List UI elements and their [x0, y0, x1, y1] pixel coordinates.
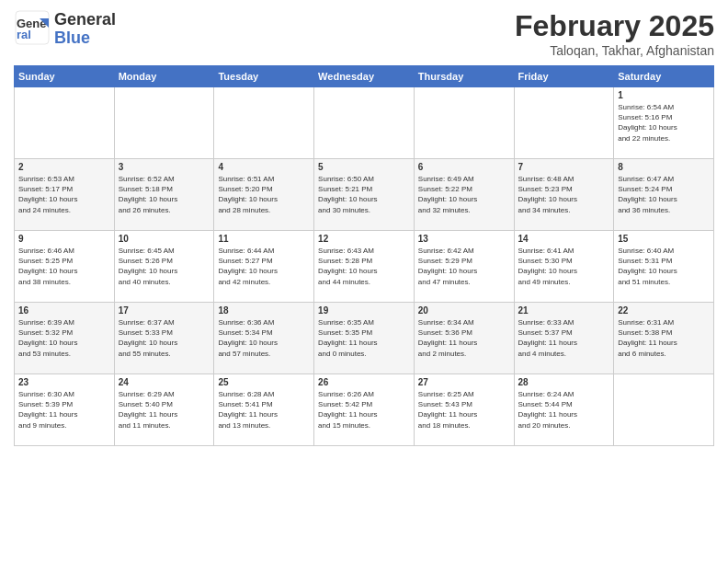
day-number: 13: [418, 234, 510, 244]
day-number: 6: [418, 162, 510, 172]
day-info: Sunrise: 6:33 AM Sunset: 5:37 PM Dayligh…: [518, 317, 610, 359]
table-row: 12Sunrise: 6:43 AM Sunset: 5:28 PM Dayli…: [314, 231, 415, 303]
logo-blue: Blue: [54, 29, 116, 48]
day-info: Sunrise: 6:35 AM Sunset: 5:35 PM Dayligh…: [318, 317, 410, 359]
week-row-2: 9Sunrise: 6:46 AM Sunset: 5:25 PM Daylig…: [15, 231, 714, 303]
day-number: 28: [518, 377, 610, 387]
day-info: Sunrise: 6:43 AM Sunset: 5:28 PM Dayligh…: [318, 246, 410, 287]
col-friday: Friday: [514, 66, 614, 87]
day-info: Sunrise: 6:31 AM Sunset: 5:38 PM Dayligh…: [618, 317, 710, 359]
page: Gene ral General Blue February 2025 Talo…: [0, 0, 728, 563]
day-number: 9: [18, 234, 110, 244]
logo-general: General: [54, 11, 116, 29]
table-row: 2Sunrise: 6:53 AM Sunset: 5:17 PM Daylig…: [15, 159, 115, 231]
day-number: 23: [18, 377, 110, 387]
day-number: 8: [618, 162, 710, 172]
day-number: 1: [618, 90, 710, 100]
day-number: 2: [18, 162, 110, 172]
day-info: Sunrise: 6:47 AM Sunset: 5:24 PM Dayligh…: [618, 174, 710, 215]
table-row: 26Sunrise: 6:26 AM Sunset: 5:42 PM Dayli…: [314, 374, 415, 446]
col-sunday: Sunday: [15, 66, 115, 87]
day-info: Sunrise: 6:51 AM Sunset: 5:20 PM Dayligh…: [218, 174, 310, 215]
col-thursday: Thursday: [414, 66, 514, 87]
table-row: [214, 87, 314, 159]
day-number: 18: [218, 305, 310, 316]
table-row: 13Sunrise: 6:42 AM Sunset: 5:29 PM Dayli…: [414, 231, 514, 303]
day-number: 22: [618, 305, 710, 316]
table-row: 7Sunrise: 6:48 AM Sunset: 5:23 PM Daylig…: [514, 159, 614, 231]
table-row: [114, 87, 214, 159]
table-row: 25Sunrise: 6:28 AM Sunset: 5:41 PM Dayli…: [214, 374, 314, 446]
day-number: 14: [518, 234, 610, 244]
day-info: Sunrise: 6:49 AM Sunset: 5:22 PM Dayligh…: [418, 174, 510, 215]
day-number: 27: [418, 377, 510, 387]
day-info: Sunrise: 6:30 AM Sunset: 5:39 PM Dayligh…: [18, 389, 110, 431]
day-info: Sunrise: 6:26 AM Sunset: 5:42 PM Dayligh…: [318, 389, 410, 431]
svg-text:ral: ral: [17, 28, 31, 41]
day-info: Sunrise: 6:48 AM Sunset: 5:23 PM Dayligh…: [518, 174, 610, 215]
calendar-subtitle: Taloqan, Takhar, Afghanistan: [515, 43, 714, 58]
table-row: 14Sunrise: 6:41 AM Sunset: 5:30 PM Dayli…: [514, 231, 614, 303]
day-number: 24: [119, 377, 210, 387]
logo: Gene ral General Blue: [14, 9, 116, 50]
day-number: 25: [218, 377, 310, 387]
table-row: 19Sunrise: 6:35 AM Sunset: 5:35 PM Dayli…: [314, 303, 415, 374]
table-row: 22Sunrise: 6:31 AM Sunset: 5:38 PM Dayli…: [614, 303, 714, 374]
day-number: 4: [218, 162, 310, 172]
table-row: 23Sunrise: 6:30 AM Sunset: 5:39 PM Dayli…: [15, 374, 115, 446]
table-row: 9Sunrise: 6:46 AM Sunset: 5:25 PM Daylig…: [15, 231, 115, 303]
day-info: Sunrise: 6:45 AM Sunset: 5:26 PM Dayligh…: [119, 246, 210, 287]
day-number: 5: [318, 162, 410, 172]
day-info: Sunrise: 6:44 AM Sunset: 5:27 PM Dayligh…: [218, 246, 310, 287]
table-row: 5Sunrise: 6:50 AM Sunset: 5:21 PM Daylig…: [314, 159, 415, 231]
day-info: Sunrise: 6:39 AM Sunset: 5:32 PM Dayligh…: [18, 317, 110, 359]
table-row: 21Sunrise: 6:33 AM Sunset: 5:37 PM Dayli…: [514, 303, 614, 374]
table-row: 6Sunrise: 6:49 AM Sunset: 5:22 PM Daylig…: [414, 159, 514, 231]
logo-text: General Blue: [54, 11, 116, 48]
week-row-4: 23Sunrise: 6:30 AM Sunset: 5:39 PM Dayli…: [15, 374, 714, 446]
day-number: 21: [518, 305, 610, 316]
day-info: Sunrise: 6:41 AM Sunset: 5:30 PM Dayligh…: [518, 246, 610, 287]
day-number: 15: [618, 234, 710, 244]
table-row: 4Sunrise: 6:51 AM Sunset: 5:20 PM Daylig…: [214, 159, 314, 231]
day-info: Sunrise: 6:25 AM Sunset: 5:43 PM Dayligh…: [418, 389, 510, 431]
table-row: 17Sunrise: 6:37 AM Sunset: 5:33 PM Dayli…: [114, 303, 214, 374]
day-info: Sunrise: 6:53 AM Sunset: 5:17 PM Dayligh…: [18, 174, 110, 215]
day-number: 20: [418, 305, 510, 316]
week-row-0: 1Sunrise: 6:54 AM Sunset: 5:16 PM Daylig…: [15, 87, 714, 159]
table-row: 11Sunrise: 6:44 AM Sunset: 5:27 PM Dayli…: [214, 231, 314, 303]
calendar-title: February 2025: [515, 9, 714, 43]
table-row: 1Sunrise: 6:54 AM Sunset: 5:16 PM Daylig…: [614, 87, 714, 159]
table-row: [15, 87, 115, 159]
day-number: 26: [318, 377, 410, 387]
day-number: 19: [318, 305, 410, 316]
day-number: 11: [218, 234, 310, 244]
day-number: 3: [119, 162, 210, 172]
day-info: Sunrise: 6:40 AM Sunset: 5:31 PM Dayligh…: [618, 246, 710, 287]
table-row: [314, 87, 415, 159]
table-row: 3Sunrise: 6:52 AM Sunset: 5:18 PM Daylig…: [114, 159, 214, 231]
day-info: Sunrise: 6:50 AM Sunset: 5:21 PM Dayligh…: [318, 174, 410, 215]
table-row: [414, 87, 514, 159]
table-row: 20Sunrise: 6:34 AM Sunset: 5:36 PM Dayli…: [414, 303, 514, 374]
col-wednesday: Wednesday: [314, 66, 415, 87]
day-info: Sunrise: 6:46 AM Sunset: 5:25 PM Dayligh…: [18, 246, 110, 287]
day-info: Sunrise: 6:54 AM Sunset: 5:16 PM Dayligh…: [618, 102, 710, 144]
week-row-3: 16Sunrise: 6:39 AM Sunset: 5:32 PM Dayli…: [15, 303, 714, 374]
table-row: [614, 374, 714, 446]
day-info: Sunrise: 6:52 AM Sunset: 5:18 PM Dayligh…: [119, 174, 210, 215]
day-info: Sunrise: 6:28 AM Sunset: 5:41 PM Dayligh…: [218, 389, 310, 431]
table-row: 15Sunrise: 6:40 AM Sunset: 5:31 PM Dayli…: [614, 231, 714, 303]
table-row: 16Sunrise: 6:39 AM Sunset: 5:32 PM Dayli…: [15, 303, 115, 374]
header: Gene ral General Blue February 2025 Talo…: [14, 9, 714, 58]
day-info: Sunrise: 6:29 AM Sunset: 5:40 PM Dayligh…: [119, 389, 210, 431]
table-row: 24Sunrise: 6:29 AM Sunset: 5:40 PM Dayli…: [114, 374, 214, 446]
header-row: Sunday Monday Tuesday Wednesday Thursday…: [15, 66, 714, 87]
table-row: 27Sunrise: 6:25 AM Sunset: 5:43 PM Dayli…: [414, 374, 514, 446]
day-info: Sunrise: 6:37 AM Sunset: 5:33 PM Dayligh…: [119, 317, 210, 359]
day-number: 16: [18, 305, 110, 316]
table-row: 18Sunrise: 6:36 AM Sunset: 5:34 PM Dayli…: [214, 303, 314, 374]
week-row-1: 2Sunrise: 6:53 AM Sunset: 5:17 PM Daylig…: [15, 159, 714, 231]
title-section: February 2025 Taloqan, Takhar, Afghanist…: [515, 9, 714, 58]
col-saturday: Saturday: [614, 66, 714, 87]
